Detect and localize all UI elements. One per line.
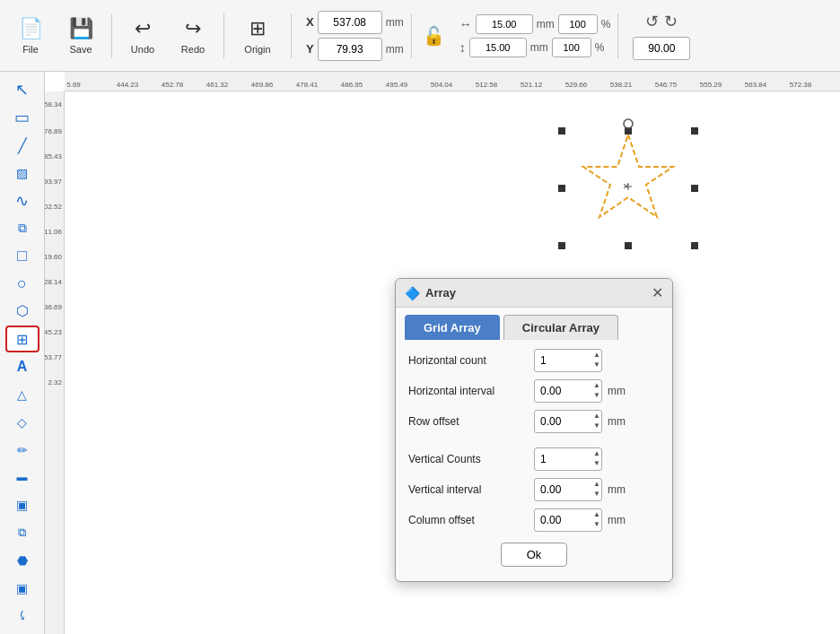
column-offset-input[interactable] <box>534 508 602 532</box>
height-pct-input[interactable] <box>552 38 591 57</box>
origin-label: Origin <box>244 44 270 55</box>
vertical-counts-up[interactable]: ▲ <box>593 448 600 458</box>
scale-group: ↔ mm % ↕ mm % <box>459 14 611 57</box>
shadow-tool[interactable]: ▨ <box>5 160 39 186</box>
horizontal-interval-input[interactable] <box>534 379 602 403</box>
file-button[interactable]: 📄 File <box>7 7 54 65</box>
copy-tool[interactable]: ⧉ <box>5 215 39 241</box>
dialog-close-button[interactable]: ✕ <box>652 284 663 301</box>
vertical-interval-down[interactable]: ▼ <box>593 489 600 499</box>
horizontal-count-up[interactable]: ▲ <box>593 350 600 360</box>
row-offset-down[interactable]: ▼ <box>593 421 600 430</box>
ruler-h-6: 486.95 <box>341 81 363 89</box>
row-offset-up[interactable]: ▲ <box>593 411 600 421</box>
ellipse-tool[interactable]: ○ <box>5 271 39 297</box>
horizontal-interval-spinner: ▲ ▼ <box>534 379 602 403</box>
width-pct-input[interactable] <box>558 14 598 34</box>
row-offset-wrap: ▲ ▼ mm <box>534 410 626 433</box>
vertical-interval-input[interactable] <box>534 478 602 501</box>
height-input[interactable] <box>469 38 527 57</box>
ruler-h-11: 529.66 <box>565 81 587 89</box>
vertical-interval-row: Vertical interval ▲ ▼ mm <box>408 478 660 501</box>
ruler-h-7: 495.49 <box>386 81 407 89</box>
vertical-counts-down[interactable]: ▼ <box>593 458 600 468</box>
ruler-h-9: 512.58 <box>476 81 497 89</box>
width-pct-symbol: % <box>601 18 611 30</box>
handle-bl <box>558 242 565 249</box>
horizontal-count-input[interactable] <box>534 349 602 372</box>
row-offset-arrows: ▲ ▼ <box>593 411 600 430</box>
rect-outline-tool[interactable]: □ <box>5 243 39 269</box>
frame-tool[interactable]: ▣ <box>5 575 39 601</box>
horizontal-count-label: Horizontal count <box>408 354 534 367</box>
select-tool[interactable]: ↖ <box>5 77 39 103</box>
origin-button[interactable]: ⊞ Origin <box>232 7 284 65</box>
ruler-v-3: 93.97 <box>45 178 62 186</box>
column-offset-up[interactable]: ▲ <box>593 509 600 519</box>
tab-circular-array[interactable]: Circular Array <box>503 315 618 340</box>
layers-tool[interactable]: ⧉ <box>5 520 39 546</box>
undo-button[interactable]: ↩ Undo <box>119 7 166 65</box>
y-input[interactable] <box>318 38 382 61</box>
vertical-interval-up[interactable]: ▲ <box>593 479 600 489</box>
rotate-ccw-button[interactable]: ↺ <box>645 12 659 31</box>
horizontal-count-down[interactable]: ▼ <box>593 360 600 369</box>
horizontal-interval-up[interactable]: ▲ <box>593 380 600 390</box>
sidebar: ↖ ▭ ╱ ▨ ∿ ⧉ □ ○ ⬡ ⊞ A △ ◇ ✏ ▬ ▣ ⧉ ⬣ ▣ ⤹ <box>0 72 45 634</box>
save-icon: 💾 <box>69 17 93 40</box>
rotate-handle[interactable] <box>624 119 633 128</box>
horizontal-interval-unit: mm <box>608 385 626 397</box>
ruler-h-3: 461.32 <box>206 81 228 89</box>
polygon-tool[interactable]: ⬡ <box>5 299 39 325</box>
ruler-tool[interactable]: ▬ <box>5 465 39 491</box>
ruler-v-8: 136.69 <box>45 303 62 311</box>
horizontal-interval-wrap: ▲ ▼ mm <box>534 379 626 403</box>
pen-tool[interactable]: ✏ <box>5 437 39 463</box>
lock-icon: 🔓 <box>423 25 445 47</box>
column-offset-label: Column offset <box>408 514 534 526</box>
ruler-h-12: 538.21 <box>610 81 632 89</box>
group-tool[interactable]: ▣ <box>5 492 39 518</box>
ruler-v-11: 2.32 <box>48 378 62 386</box>
horizontal-interval-down[interactable]: ▼ <box>593 390 600 400</box>
horizontal-interval-arrows: ▲ ▼ <box>593 380 600 400</box>
array-tool[interactable]: ⊞ <box>5 326 39 352</box>
vertical-interval-label: Vertical interval <box>408 483 534 496</box>
y-unit: mm <box>386 43 404 56</box>
engrave-tool[interactable]: ⤹ <box>5 603 39 629</box>
y-label: Y <box>306 42 314 56</box>
star-shape: × <box>549 118 711 262</box>
column-offset-arrows: ▲ ▼ <box>593 509 600 529</box>
rotation-input[interactable] <box>633 37 690 60</box>
xy-coords: X mm Y mm <box>306 11 404 61</box>
horizontal-count-spinner: ▲ ▼ <box>534 349 602 372</box>
height-pct-symbol: % <box>595 41 605 54</box>
text-tool[interactable]: A <box>5 354 39 380</box>
line-tool[interactable]: ╱ <box>5 133 39 159</box>
height-arrow-icon: ↕ <box>459 40 466 55</box>
column-offset-down[interactable]: ▼ <box>593 519 600 529</box>
divider-2 <box>223 13 224 58</box>
erase-tool[interactable]: ◇ <box>5 409 39 435</box>
curve-tool[interactable]: ∿ <box>5 187 39 213</box>
row-offset-input[interactable] <box>534 410 602 433</box>
redo-button[interactable]: ↪ Redo <box>170 7 216 65</box>
ruler-h-5: 478.41 <box>296 81 318 89</box>
vertical-counts-input[interactable] <box>534 447 602 471</box>
width-input[interactable] <box>476 14 533 34</box>
x-input[interactable] <box>318 11 382 34</box>
file-label: File <box>22 44 39 55</box>
dialog-icon: 🔷 <box>405 286 420 300</box>
ok-button[interactable]: Ok <box>501 543 568 567</box>
vertical-counts-label: Vertical Counts <box>408 453 534 465</box>
tab-grid-array[interactable]: Grid Array <box>405 315 500 340</box>
ruler-top: 5.69 444.23 452.78 461.32 469.86 478.41 … <box>65 72 840 91</box>
mirror-tool[interactable]: △ <box>5 382 39 408</box>
rectangle-tool[interactable]: ▭ <box>5 105 39 131</box>
vertical-counts-arrows: ▲ ▼ <box>593 448 600 468</box>
weld-tool[interactable]: ⬣ <box>5 547 39 573</box>
save-button[interactable]: 💾 Save <box>57 7 104 65</box>
dialog-title: 🔷 Array <box>405 286 456 300</box>
rotate-cw-button[interactable]: ↻ <box>664 12 678 31</box>
column-offset-wrap: ▲ ▼ mm <box>534 508 626 532</box>
